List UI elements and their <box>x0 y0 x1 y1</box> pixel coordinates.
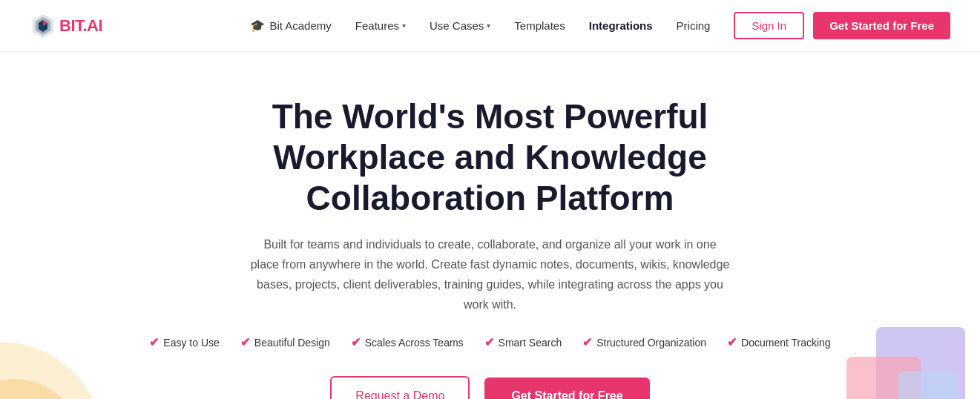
nav-actions: Sign In Get Started for Free <box>734 12 950 39</box>
logo-icon <box>30 13 56 39</box>
feature-structured-org: ✔ Structured Organization <box>582 335 706 349</box>
nav-item-pricing[interactable]: Pricing <box>677 19 711 32</box>
features-row: ✔ Easy to Use ✔ Beautiful Design ✔ Scale… <box>149 335 830 349</box>
get-started-nav-button[interactable]: Get Started for Free <box>813 12 950 39</box>
feature-easy-to-use: ✔ Easy to Use <box>149 335 219 349</box>
check-icon-5: ✔ <box>582 335 592 349</box>
cta-buttons: Request a Demo Get Started for Free <box>330 376 649 399</box>
sign-in-button[interactable]: Sign In <box>734 12 804 39</box>
check-icon-4: ✔ <box>484 335 494 349</box>
nav-item-features[interactable]: Features ▾ <box>355 19 406 32</box>
logo[interactable]: BIT.AI <box>30 13 102 39</box>
hero-section: The World's Most Powerful Workplace and … <box>0 52 980 399</box>
deco-right <box>817 312 980 399</box>
features-chevron: ▾ <box>402 22 406 30</box>
check-icon-6: ✔ <box>727 335 737 349</box>
svg-point-4 <box>0 342 104 399</box>
check-icon-2: ✔ <box>240 335 250 349</box>
hero-title: The World's Most Powerful Workplace and … <box>194 96 787 220</box>
nav-links: 🎓 Bit Academy Features ▾ Use Cases ▾ Tem… <box>250 19 710 33</box>
use-cases-chevron: ▾ <box>487 22 490 30</box>
svg-rect-7 <box>846 357 921 399</box>
nav-item-integrations[interactable]: Integrations <box>589 19 653 32</box>
navbar: BIT.AI 🎓 Bit Academy Features ▾ Use Case… <box>0 0 980 52</box>
hero-subtitle: Built for teams and individuals to creat… <box>249 234 731 315</box>
check-icon-3: ✔ <box>351 335 361 349</box>
nav-item-templates[interactable]: Templates <box>514 19 565 32</box>
feature-scales: ✔ Scales Across Teams <box>351 335 464 349</box>
svg-rect-6 <box>876 327 965 399</box>
feature-doc-tracking: ✔ Document Tracking <box>727 335 831 349</box>
request-demo-button[interactable]: Request a Demo <box>330 376 470 399</box>
feature-smart-search: ✔ Smart Search <box>484 335 562 349</box>
nav-item-academy[interactable]: 🎓 Bit Academy <box>250 19 331 33</box>
academy-icon: 🎓 <box>250 19 265 33</box>
svg-point-5 <box>0 379 82 399</box>
get-started-hero-button[interactable]: Get Started for Free <box>484 377 649 399</box>
nav-item-use-cases[interactable]: Use Cases ▾ <box>430 19 490 32</box>
svg-rect-8 <box>898 372 958 399</box>
deco-left <box>0 312 134 399</box>
logo-text: BIT.AI <box>59 16 102 36</box>
check-icon-1: ✔ <box>149 335 159 349</box>
feature-beautiful-design: ✔ Beautiful Design <box>240 335 330 349</box>
